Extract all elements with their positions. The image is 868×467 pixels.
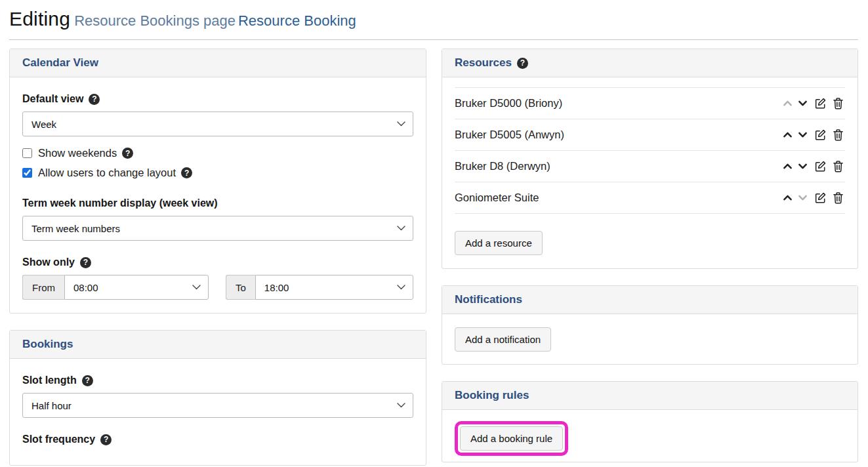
bookings-panel: Bookings Slot length ? Half hour bbox=[9, 330, 426, 466]
edit-icon[interactable] bbox=[814, 128, 827, 142]
resources-panel: Resources ? Bruker D5000 (Briony) bbox=[442, 49, 858, 269]
move-down-icon bbox=[796, 191, 810, 205]
calendar-view-panel-header: Calendar View bbox=[10, 49, 426, 77]
move-up-icon[interactable] bbox=[781, 128, 795, 142]
notifications-title: Notifications bbox=[455, 293, 522, 306]
move-up-icon[interactable] bbox=[781, 191, 795, 205]
page-title: Editing bbox=[9, 8, 70, 30]
bookings-panel-header: Bookings bbox=[10, 331, 426, 359]
resource-row: Bruker D8 (Derwyn) bbox=[455, 151, 845, 182]
show-only-from-select[interactable]: 08:00 bbox=[64, 275, 209, 300]
trash-icon[interactable] bbox=[831, 128, 845, 142]
page-header: EditingResource Bookings pageResource Bo… bbox=[9, 7, 858, 40]
resource-name: Bruker D5000 (Briony) bbox=[455, 97, 562, 110]
default-view-select[interactable]: Week bbox=[22, 112, 413, 136]
show-weekends-checkbox[interactable] bbox=[22, 148, 32, 158]
booking-rules-panel: Booking rules Add a booking rule bbox=[442, 381, 858, 462]
slot-length-select[interactable]: Half hour bbox=[22, 393, 413, 418]
add-resource-button[interactable]: Add a resource bbox=[455, 231, 543, 255]
slot-length-label: Slot length bbox=[22, 375, 77, 386]
add-booking-rule-button[interactable]: Add a booking rule bbox=[460, 426, 563, 451]
resources-panel-header: Resources ? bbox=[442, 49, 858, 77]
from-addon-label: From bbox=[22, 275, 64, 300]
move-down-icon[interactable] bbox=[796, 96, 810, 110]
page-subtitle-entity: Resource Booking bbox=[238, 12, 356, 29]
calendar-view-panel: Calendar View Default view ? Week bbox=[9, 49, 426, 314]
help-icon[interactable]: ? bbox=[517, 58, 528, 69]
trash-icon[interactable] bbox=[831, 191, 845, 205]
term-week-select[interactable]: Term week numbers bbox=[22, 216, 413, 241]
resource-name: Bruker D8 (Derwyn) bbox=[455, 160, 550, 173]
help-icon[interactable]: ? bbox=[82, 375, 93, 386]
resources-title: Resources bbox=[455, 56, 512, 70]
edit-icon[interactable] bbox=[814, 191, 827, 205]
move-up-icon[interactable] bbox=[781, 159, 795, 173]
trash-icon[interactable] bbox=[831, 96, 845, 110]
help-icon[interactable]: ? bbox=[100, 434, 112, 445]
help-icon[interactable]: ? bbox=[80, 257, 91, 268]
bookings-title: Bookings bbox=[22, 338, 73, 351]
show-only-to-select[interactable]: 18:00 bbox=[255, 275, 413, 300]
move-up-icon bbox=[781, 96, 795, 110]
resource-list: Bruker D5000 (Briony) bbox=[455, 87, 845, 214]
to-addon-label: To bbox=[226, 275, 255, 300]
move-down-icon[interactable] bbox=[796, 128, 810, 142]
booking-rules-panel-header: Booking rules bbox=[442, 382, 858, 410]
calendar-view-title: Calendar View bbox=[22, 56, 98, 70]
slot-frequency-label: Slot frequency bbox=[22, 434, 95, 445]
resource-name: Bruker D5005 (Anwyn) bbox=[455, 129, 564, 141]
notifications-panel: Notifications Add a notification bbox=[442, 285, 858, 365]
annotation-highlight: Add a booking rule bbox=[455, 421, 568, 456]
notifications-panel-header: Notifications bbox=[442, 286, 858, 314]
edit-icon[interactable] bbox=[814, 96, 827, 110]
allow-layout-label: Allow users to change layout bbox=[38, 167, 176, 179]
edit-icon[interactable] bbox=[814, 159, 827, 173]
help-icon[interactable]: ? bbox=[122, 148, 133, 159]
term-week-label: Term week number display (week view) bbox=[22, 197, 218, 209]
booking-rules-title: Booking rules bbox=[455, 389, 529, 402]
trash-icon[interactable] bbox=[831, 159, 845, 173]
move-down-icon[interactable] bbox=[796, 159, 810, 173]
add-notification-button[interactable]: Add a notification bbox=[455, 327, 551, 352]
page-subtitle-pagename: Resource Bookings page bbox=[74, 12, 236, 29]
resource-row: Bruker D5000 (Briony) bbox=[455, 88, 845, 119]
show-only-label: Show only bbox=[22, 256, 75, 268]
default-view-label: Default view bbox=[22, 93, 83, 105]
allow-layout-checkbox[interactable] bbox=[22, 168, 32, 178]
page-root: EditingResource Bookings pageResource Bo… bbox=[0, 0, 868, 467]
resource-name: Goniometer Suite bbox=[455, 192, 539, 204]
resource-row: Bruker D5005 (Anwyn) bbox=[455, 119, 845, 151]
help-icon[interactable]: ? bbox=[89, 94, 100, 105]
resource-row: Goniometer Suite bbox=[455, 182, 845, 214]
show-weekends-label: Show weekends bbox=[38, 147, 117, 159]
help-icon[interactable]: ? bbox=[181, 167, 192, 178]
